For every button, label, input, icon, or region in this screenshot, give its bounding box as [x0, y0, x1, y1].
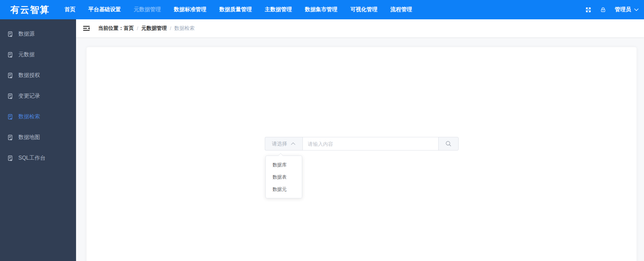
sidebar-item-sql-workbench[interactable]: SQL工作台 — [0, 148, 76, 168]
document-edit-icon — [7, 73, 14, 79]
search-icon — [445, 140, 452, 147]
breadcrumb-item-home[interactable]: 首页 — [124, 25, 134, 32]
fullscreen-icon[interactable] — [585, 7, 591, 13]
user-name: 管理员 — [615, 6, 631, 13]
chevron-up-icon — [291, 142, 295, 145]
sidebar-item-datasource[interactable]: 数据源 — [0, 24, 76, 44]
sidebar-item-data-search[interactable]: 数据检索 — [0, 106, 76, 127]
sidebar: 数据源 元数据 数据授权 — [0, 19, 76, 261]
main-content: 请选择 — [76, 37, 644, 261]
dropdown-option-database[interactable]: 数据库 — [266, 159, 302, 171]
sidebar-item-label: 数据源 — [18, 31, 35, 38]
dropdown-option-element[interactable]: 数据元 — [266, 183, 302, 195]
sidebar-item-data-authorization[interactable]: 数据授权 — [0, 65, 76, 86]
sidebar-item-label: 数据检索 — [18, 113, 40, 120]
breadcrumb: 当前位置： 首页 / 元数据管理 / 数据检索 — [98, 25, 195, 32]
nav-item-data-standard-mgmt[interactable]: 数据标准管理 — [174, 6, 206, 13]
breadcrumb-item-current: 数据检索 — [174, 25, 195, 32]
search-group: 请选择 — [265, 137, 459, 150]
topbar-right: 管理员 — [585, 6, 639, 13]
nav-item-platform-settings[interactable]: 平台基础设置 — [88, 6, 121, 13]
breadcrumb-prefix: 当前位置： — [98, 25, 124, 32]
sidebar-collapse-icon[interactable] — [82, 25, 90, 32]
breadcrumb-separator: / — [137, 25, 138, 31]
select-placeholder: 请选择 — [272, 141, 287, 147]
nav-item-data-quality-mgmt[interactable]: 数据质量管理 — [219, 6, 252, 13]
document-edit-icon — [7, 155, 14, 161]
sidebar-item-label: 数据授权 — [18, 72, 40, 79]
sidebar-item-label: 元数据 — [18, 51, 35, 58]
document-edit-icon — [7, 31, 14, 37]
search-input[interactable] — [302, 137, 439, 150]
search-type-select[interactable]: 请选择 — [265, 137, 302, 150]
nav-item-metadata-mgmt[interactable]: 元数据管理 — [134, 6, 161, 13]
top-nav: 首页 平台基础设置 元数据管理 数据标准管理 数据质量管理 主数据管理 数据集市… — [65, 6, 412, 13]
nav-item-master-data-mgmt[interactable]: 主数据管理 — [265, 6, 292, 13]
select-dropdown: 数据库 数据表 数据元 — [265, 156, 302, 198]
sidebar-item-label: 数据地图 — [18, 134, 40, 141]
sidebar-item-data-map[interactable]: 数据地图 — [0, 127, 76, 148]
sidebar-item-label: SQL工作台 — [18, 155, 45, 162]
content-card: 请选择 — [86, 47, 637, 261]
search-button[interactable] — [438, 137, 459, 150]
breadcrumb-item-metadata-mgmt[interactable]: 元数据管理 — [141, 25, 167, 32]
document-edit-icon — [7, 135, 14, 141]
user-menu[interactable]: 管理员 — [615, 6, 639, 13]
topbar: 有云智算 首页 平台基础设置 元数据管理 数据标准管理 数据质量管理 主数据管理… — [0, 0, 644, 19]
document-edit-icon — [7, 114, 14, 120]
nav-item-visualization-mgmt[interactable]: 可视化管理 — [350, 6, 378, 13]
sidebar-item-metadata[interactable]: 元数据 — [0, 44, 76, 65]
sidebar-item-change-log[interactable]: 变更记录 — [0, 86, 76, 106]
app-logo: 有云智算 — [10, 4, 50, 16]
document-edit-icon — [7, 52, 14, 58]
chevron-down-icon — [634, 8, 639, 11]
breadcrumb-separator: / — [170, 25, 171, 31]
dropdown-option-table[interactable]: 数据表 — [266, 171, 302, 183]
page-header: 当前位置： 首页 / 元数据管理 / 数据检索 — [76, 19, 644, 37]
nav-item-process-mgmt[interactable]: 流程管理 — [390, 6, 412, 13]
nav-item-data-mart-mgmt[interactable]: 数据集市管理 — [305, 6, 337, 13]
search-area: 请选择 — [87, 47, 637, 150]
document-edit-icon — [7, 93, 14, 99]
nav-item-home[interactable]: 首页 — [65, 6, 75, 13]
sidebar-item-label: 变更记录 — [18, 93, 40, 100]
lock-icon[interactable] — [600, 7, 606, 13]
app-screen: 有云智算 首页 平台基础设置 元数据管理 数据标准管理 数据质量管理 主数据管理… — [0, 0, 644, 261]
